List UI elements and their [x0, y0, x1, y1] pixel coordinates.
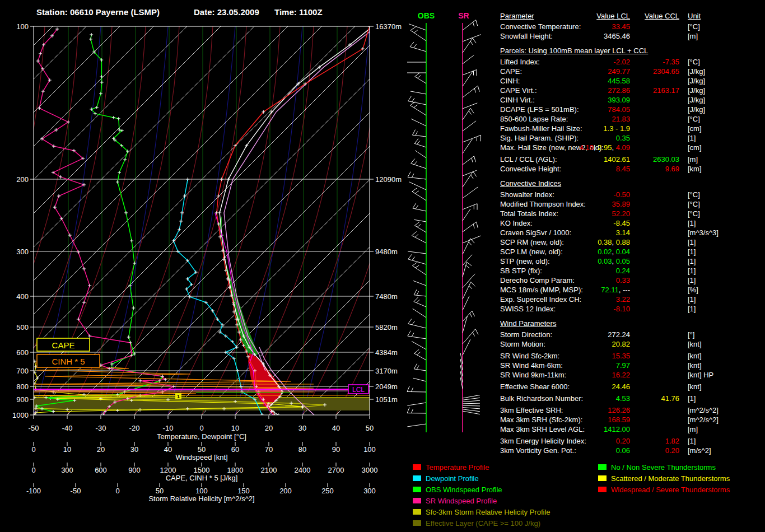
legend-label: Sfc-3km Storm Relative Helicity Profile	[426, 508, 551, 516]
legend-item: No / Non Severe Thunderstorms	[598, 461, 730, 473]
svg-text:200: 200	[16, 175, 29, 184]
svg-text:CAPE: CAPE	[52, 340, 75, 350]
legend-label: SR Windspeed Profile	[426, 497, 497, 505]
parameter-row: Storm Direction:272.24[°]	[500, 330, 763, 339]
svg-text:70: 70	[265, 445, 273, 454]
svg-text:0: 0	[199, 424, 203, 432]
section-heading: Wind Parameters	[500, 319, 763, 328]
value-lcl: 21.83	[500, 114, 630, 124]
svg-text:600: 600	[16, 348, 29, 357]
unit-label: [1]	[688, 304, 696, 314]
profile-legend: Temperature ProfileDewpoint ProfileOBS W…	[413, 461, 551, 529]
value-lcl: 445.58	[500, 76, 630, 86]
value-lcl: 0.35	[500, 133, 630, 143]
svg-text:9480m: 9480m	[375, 248, 398, 256]
svg-text:7480m: 7480m	[375, 292, 398, 301]
value-lcl: 33.45	[500, 22, 630, 31]
svg-text:-30: -30	[96, 424, 106, 432]
value-ccl: 2304.65	[500, 67, 679, 76]
parameter-row: LCL / CCL (AGL):1402.612630.03[m]	[500, 155, 763, 164]
parameter-row: Lifted Index:-2.02-7.35[°C]	[500, 57, 763, 67]
legend-label: Effective Layer (CAPE >= 100 J/kg)	[426, 519, 540, 528]
svg-text:3000: 3000	[362, 466, 378, 474]
parameter-row: Convective Height:8.459.69[km]	[500, 164, 763, 174]
svg-text:Temperature, Dewpoint [°C]: Temperature, Dewpoint [°C]	[157, 432, 246, 441]
svg-text:0: 0	[31, 466, 35, 474]
unit-label: [m]	[688, 155, 698, 164]
svg-text:Windspeed [knt]: Windspeed [knt]	[175, 453, 227, 461]
skewt-chart: 100200300400500600700800900100016370m120…	[0, 0, 498, 532]
altitude-labels: 16370m12090m9480m7480m5820m4384m3170m204…	[370, 22, 402, 404]
svg-text:LCL: LCL	[352, 386, 365, 394]
legend-swatch-icon	[598, 487, 607, 492]
legend-item: Effective Layer (CAPE >= 100 J/kg)	[413, 517, 551, 529]
svg-text:300: 300	[16, 248, 29, 256]
legend-label: No / Non Severe Thunderstorms	[611, 463, 716, 472]
parameter-table: Parameter Value LCL Value CCL Unit Conve…	[500, 11, 763, 455]
unit-label: [m/s^2]	[688, 446, 711, 455]
pressure-tick-labels: 1002003004005006007008009001000	[12, 22, 34, 419]
legend-label: Temperature Profile	[426, 463, 489, 472]
svg-text:20: 20	[97, 445, 105, 454]
parameter-row: Max. Hail Size (new, new2, old):4.19, 2.…	[500, 143, 763, 152]
svg-text:200: 200	[279, 487, 292, 495]
svg-text:Storm Relative Helicity [m^2/: Storm Relative Helicity [m^2/s^2]	[148, 494, 254, 503]
value-lcl: 0.38, 0.88	[500, 237, 630, 247]
svg-text:300: 300	[363, 487, 376, 495]
parameter-row: Convective Temperature:33.45[°C]	[500, 22, 763, 31]
unit-label: [1]	[688, 218, 696, 228]
value-lcl: 3465.46	[500, 31, 630, 41]
unit-label: [J/kg]	[688, 76, 705, 86]
wind-columns: OBSSR	[407, 11, 481, 432]
svg-text:-50: -50	[29, 424, 39, 432]
sounding-analysis-window: Station: 06610 Payerne (LSMP) Date: 23.0…	[0, 0, 765, 532]
svg-text:30: 30	[298, 424, 306, 432]
value-lcl: 7.97	[500, 361, 630, 370]
parameter-row: SR Wind Sfc-2km:15.35[knt]	[500, 351, 763, 361]
unit-label: [1]	[688, 295, 696, 304]
unit-label: [m^2/s^2]	[688, 415, 719, 424]
svg-text:100: 100	[195, 487, 208, 495]
unit-label: [1]	[688, 237, 696, 247]
parameter-row: Sig. Hail Param. (SHIP):0.35[1]	[500, 133, 763, 143]
unit-label: [1]	[688, 133, 696, 143]
value-lcl: 35.89	[500, 199, 630, 209]
svg-text:500: 500	[16, 323, 29, 332]
svg-text:10: 10	[231, 424, 239, 432]
value-ccl: 0.20	[500, 446, 679, 455]
parameter-row: Showalter Index:-0.50[°C]	[500, 190, 763, 199]
value-lcl: 0.24	[500, 266, 630, 276]
parameter-row: Modified Thompson Index:35.89[°C]	[500, 199, 763, 209]
value-lcl: 72.11, ---	[500, 285, 630, 295]
axis-cape: 03006009001200150018002100240027003000CA…	[31, 463, 377, 482]
svg-text:CINH * 5: CINH * 5	[52, 357, 85, 366]
parameter-row: CINH Virt.:393.09[J/kg]	[500, 95, 763, 105]
unit-label: [J/kg]	[688, 105, 705, 114]
unit-label: [J/kg]	[688, 95, 705, 105]
unit-label: [°]	[688, 330, 694, 339]
legend-item: OBS Windspeed Profile	[413, 484, 551, 495]
value-ccl: -7.35	[500, 57, 679, 67]
unit-label: [°C]	[688, 57, 700, 67]
lcl-label-box: LCL	[348, 385, 368, 394]
parameter-row: 3km Effective SRH:126.26[m^2/s^2]	[500, 405, 763, 415]
value-lcl: 20.82	[500, 339, 630, 349]
svg-text:800: 800	[16, 382, 29, 391]
svg-text:1200: 1200	[160, 466, 176, 474]
svg-text:0: 0	[31, 445, 35, 454]
unit-label: [1]	[688, 276, 696, 285]
svg-text:16370m: 16370m	[375, 22, 402, 31]
temperature-profile-markers	[215, 25, 371, 417]
svg-text:400: 400	[16, 292, 29, 301]
value-lcl: 126.26	[500, 405, 630, 415]
unit-label: [1]	[688, 436, 696, 446]
value-lcl: 4.19, 2.95, 4.09	[500, 143, 630, 152]
parameter-row: SR Wind 9km-11km:16.22[knt] HP	[500, 370, 763, 380]
unit-label: [1]	[688, 247, 696, 256]
svg-text:-40: -40	[62, 424, 73, 432]
value-ccl: 9.69	[500, 164, 679, 174]
legend-swatch-icon	[413, 487, 421, 492]
table-header-row: Parameter Value LCL Value CCL Unit	[500, 11, 763, 22]
unit-label: [%]	[688, 285, 698, 295]
svg-text:900: 900	[128, 466, 141, 474]
